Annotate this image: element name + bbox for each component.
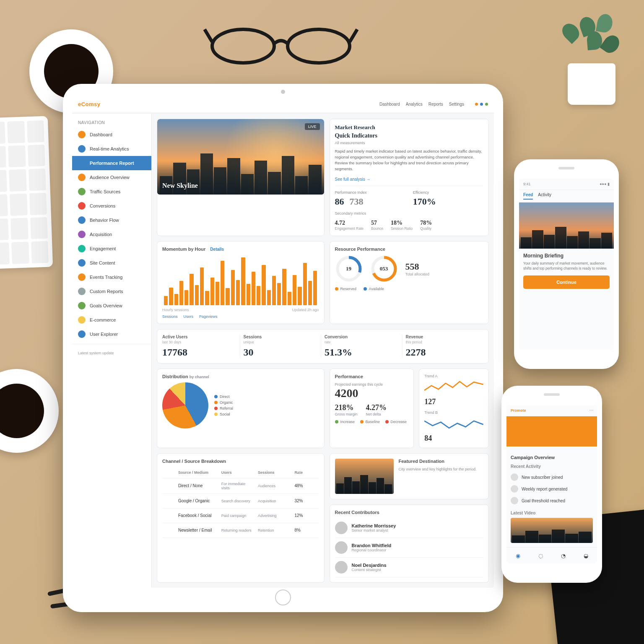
legend-item: Organic	[214, 400, 233, 405]
sidebar-item-label: Custom Reports	[90, 289, 123, 294]
sidebar-item-icon	[78, 273, 86, 281]
pie-chart	[162, 382, 208, 428]
sidebar-item[interactable]: Conversions	[72, 199, 151, 213]
sidebar-item-label: Dashboard	[90, 132, 112, 137]
table-row[interactable]: Newsletter / EmailReturning readersReten…	[162, 523, 319, 538]
sidebar-item-icon	[78, 145, 86, 153]
phone-title: Morning Briefing	[523, 253, 610, 259]
hero-title: New Skyline	[162, 182, 319, 190]
chart-tab[interactable]: Sessions	[162, 314, 178, 319]
sidebar-item[interactable]: E-commerce	[72, 313, 151, 327]
live-badge: LIVE	[305, 123, 320, 130]
phone-heading: Campaign Overview	[511, 455, 593, 460]
dashboard-app: eComsy Dashboard Analytics Reports Setti…	[72, 96, 494, 588]
phone-tab[interactable]: Feed	[523, 192, 533, 200]
sidebar-item[interactable]: Traffic Sources	[72, 184, 151, 199]
sidebar-item-label: Engagement	[90, 246, 116, 251]
stat-block: Revenuethis period2278	[406, 335, 484, 358]
chart-tab[interactable]: Users	[184, 314, 194, 319]
table-card: Channel / Source Breakdown Source / Medi…	[157, 453, 325, 583]
people-card: Recent Contributors Katherine MorrisseyS…	[330, 504, 489, 583]
status-dots	[475, 103, 488, 106]
feature-title: Market Research	[335, 124, 484, 131]
sidebar-item-label: Performance Report	[90, 161, 134, 166]
list-item[interactable]: New subscriber joined	[511, 471, 593, 483]
stat-block: Active Userslast 30 days17768	[162, 335, 240, 358]
sidebar-item[interactable]: Custom Reports	[72, 284, 151, 299]
phone-device-1: 9:41●●● ▮ Feed Activity Morning Briefing…	[514, 159, 619, 369]
nav-link[interactable]: Settings	[449, 102, 464, 106]
home-icon[interactable]: ◉	[513, 551, 522, 560]
chart-tab[interactable]: Pageviews	[199, 314, 218, 319]
sidebar-item-label: Audience Overview	[90, 175, 130, 180]
sidebar-item-label: Traffic Sources	[90, 189, 120, 194]
sidebar-item[interactable]: User Explorer	[72, 327, 151, 341]
nav-link[interactable]: Dashboard	[379, 102, 400, 106]
person-row[interactable]: Noel DesjardinsContent strategist	[335, 558, 484, 577]
sidebar-item-label: Events Tracking	[90, 275, 122, 280]
sidebar-item[interactable]: Goals Overview	[72, 299, 151, 313]
row-icon	[164, 482, 171, 490]
stats-row: Active Userslast 30 days17768Sessionsuni…	[157, 329, 489, 364]
phone-device-2: Promote⋯ Campaign Overview Recent Activi…	[501, 386, 602, 583]
chart-link[interactable]: Details	[210, 247, 224, 252]
table-row[interactable]: Facebook / SocialPaid campaignAdvertisin…	[162, 509, 319, 523]
sidebar-item[interactable]: Dashboard	[72, 127, 151, 142]
person-row[interactable]: Brandon WhitfieldRegional coordinator	[335, 538, 484, 558]
phone-status-bar: Promote⋯	[506, 405, 597, 416]
sidebar-item-label: Goals Overview	[90, 303, 122, 308]
phone-status-bar: 9:41●●● ▮	[519, 179, 614, 190]
sidebar-item-icon	[78, 216, 86, 224]
sidebar-item[interactable]: Events Tracking	[72, 270, 151, 284]
sidebar-item-icon	[78, 188, 86, 195]
phone-cta-button[interactable]: Continue	[523, 275, 610, 289]
list-item[interactable]: Weekly report generated	[511, 483, 593, 495]
sidebar-item[interactable]: Site Content	[72, 256, 151, 270]
main-content: LIVE New Skyline Market Research Quick I…	[152, 114, 494, 588]
sidebar-item[interactable]: Performance Report	[72, 156, 151, 170]
eyeglasses	[201, 17, 361, 67]
person-row[interactable]: Katherine MorrisseySenior market analyst	[335, 518, 484, 538]
stat-block: Sessionsunique30	[244, 335, 322, 358]
phone-video-thumb[interactable]	[511, 518, 593, 543]
brand-logo[interactable]: eComsy	[78, 101, 101, 107]
summary-card: Performance Projected earnings this cycl…	[330, 369, 414, 448]
plant	[552, 13, 631, 105]
phone-hero-block	[506, 416, 597, 447]
phone-hero-image	[519, 203, 614, 249]
sidebar-item-icon	[78, 231, 86, 238]
user-icon[interactable]: ◒	[581, 551, 590, 560]
sidebar-section-title: Navigation	[72, 118, 151, 127]
sidebar-item[interactable]: Behavior Flow	[72, 213, 151, 227]
sidebar-item-icon	[78, 330, 86, 338]
sidebar-item-icon	[78, 259, 86, 267]
bullet-icon	[511, 497, 518, 504]
table-row[interactable]: Direct / NoneFor immediate visitsAudienc…	[162, 478, 319, 494]
sidebar-item-label: E-commerce	[90, 317, 116, 322]
table-row[interactable]: Google / OrganicSearch discoveryAcquisit…	[162, 494, 319, 509]
hero-card[interactable]: LIVE New Skyline	[157, 119, 325, 236]
mini-metric: 18%Session Ratio	[391, 220, 413, 231]
phone-tab[interactable]: Activity	[538, 192, 551, 200]
bar-chart-card: Momentum by Hour Details Hourly sessions…	[157, 241, 325, 324]
sidebar-item-label: Real-time Analytics	[90, 146, 129, 151]
list-item[interactable]: Goal threshold reached	[511, 495, 593, 506]
nav-link[interactable]: Reports	[428, 102, 443, 106]
sidebar-footer: Latest system update	[72, 347, 151, 359]
sidebar-item[interactable]: Engagement	[72, 242, 151, 256]
thumb-card[interactable]: Featured Destination City overview and k…	[330, 453, 489, 499]
sidebar-item-label: Conversions	[90, 203, 115, 208]
bell-icon[interactable]: ◔	[558, 551, 568, 560]
phone-tabs: Feed Activity	[519, 190, 614, 203]
sidebar-item-icon	[78, 288, 86, 295]
phone-desc: Your daily summary of market movement, a…	[523, 261, 610, 271]
feature-link[interactable]: See full analysis →	[335, 177, 371, 182]
nav-link[interactable]: Analytics	[406, 102, 423, 106]
search-icon[interactable]: ◌	[536, 551, 545, 560]
sidebar-item[interactable]: Audience Overview	[72, 170, 151, 184]
bullet-icon	[511, 473, 518, 481]
sidebar-item-label: Acquisition	[90, 232, 112, 237]
sidebar-item[interactable]: Acquisition	[72, 227, 151, 242]
sidebar-item[interactable]: Real-time Analytics	[72, 142, 151, 156]
mini-metric: 78%Quality	[420, 220, 432, 231]
